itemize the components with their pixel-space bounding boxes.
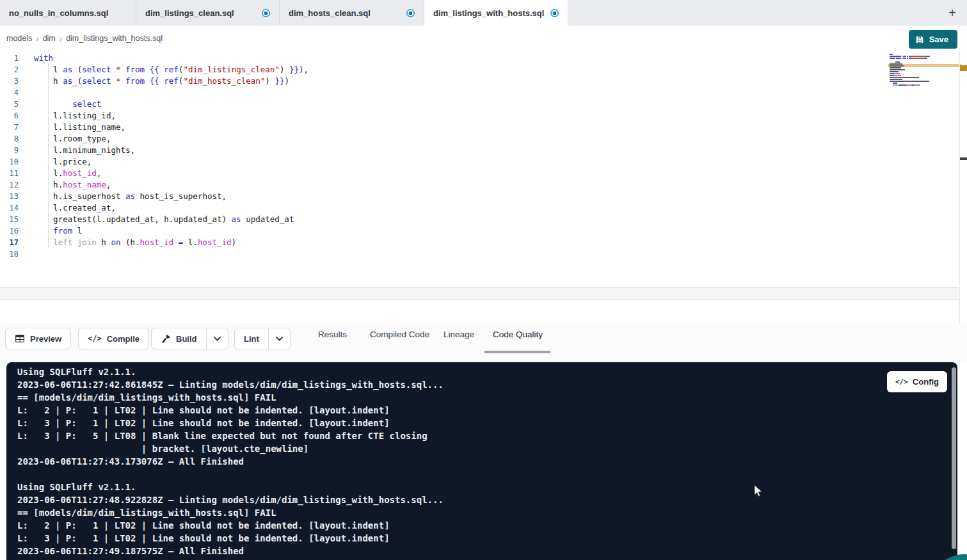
code-line[interactable]: 6 l.listing_id,	[0, 110, 883, 122]
code-line[interactable]: 3 h as (select * from {{ ref("dim_hosts_…	[0, 76, 883, 87]
overview-ruler-warning-marker	[960, 65, 967, 71]
breadcrumb-separator: ›	[60, 34, 62, 44]
config-button[interactable]: </> Config	[887, 371, 947, 392]
minimap-line	[890, 56, 960, 57]
breadcrumb-bar: models›dim›dim_listings_with_hosts.sql S…	[0, 26, 967, 51]
build-button-group: Build	[151, 328, 228, 349]
code-line[interactable]: 4	[0, 87, 883, 99]
minimap-line	[890, 83, 960, 84]
code-line-text: l.host_id,	[26, 168, 101, 179]
code-line-text: l.listing_name,	[26, 122, 125, 133]
tab-lineage[interactable]: Lineage	[444, 323, 474, 345]
breadcrumb-separator: ›	[36, 34, 38, 44]
minimap-line	[890, 67, 960, 68]
line-number: 2	[0, 64, 26, 76]
compile-button[interactable]: </> Compile	[78, 328, 149, 349]
code-lines: 1with2 l as (select * from {{ ref("dim_l…	[0, 52, 883, 260]
code-line-text: from l	[26, 225, 82, 237]
breadcrumb-item[interactable]: models	[6, 34, 32, 43]
code-line[interactable]: 15 greatest(l.updated_at, h.updated_at) …	[0, 214, 883, 225]
terminal-line: | bracket. [layout.cte_newline]	[17, 442, 887, 455]
line-number: 13	[0, 191, 26, 202]
file-tab-dim_hosts_clean.sql[interactable]: dim_hosts_clean.sql	[280, 0, 424, 26]
line-number: 10	[0, 156, 26, 168]
save-icon	[915, 35, 924, 44]
code-line[interactable]: 5 select	[0, 99, 883, 110]
preview-button[interactable]: Preview	[5, 328, 71, 349]
code-line-text: h.is_superhost as host_is_superhost,	[26, 191, 227, 202]
minimap-line	[890, 84, 960, 86]
file-tab-dim_listings_with_hosts.sql[interactable]: dim_listings_with_hosts.sql	[424, 0, 568, 26]
file-tab-dim_listings_clean.sql[interactable]: dim_listings_clean.sql	[136, 0, 280, 26]
file-tab-no_nulls_in_columns.sql[interactable]: no_nulls_in_columns.sql	[0, 0, 136, 26]
tab-compiled-code[interactable]: Compiled Code	[370, 323, 429, 345]
unsaved-changes-icon	[406, 9, 415, 17]
active-tab-underline	[484, 351, 550, 353]
config-label: Config	[913, 377, 939, 387]
editor-scroll-track	[959, 51, 960, 323]
build-button[interactable]: Build	[152, 328, 206, 349]
breadcrumb-item[interactable]: dim	[43, 34, 56, 43]
code-line[interactable]: 7 l.listing_name,	[0, 122, 883, 133]
file-tab-bar: no_nulls_in_columns.sqldim_listings_clea…	[0, 0, 967, 26]
minimap-line	[890, 60, 960, 61]
terminal-line	[17, 468, 887, 481]
code-icon: </>	[88, 334, 102, 343]
lint-output-terminal: Using SQLFluff v2.1.1.2023-06-06T11:27:4…	[6, 362, 957, 560]
terminal-line: == [models/dim/dim_listings_with_hosts.s…	[17, 506, 887, 519]
terminal-output: Using SQLFluff v2.1.1.2023-06-06T11:27:4…	[17, 365, 887, 557]
line-number: 17	[0, 237, 26, 248]
build-dropdown-button[interactable]	[206, 328, 228, 349]
breadcrumb-item[interactable]: dim_listings_with_hosts.sql	[66, 34, 163, 43]
hammer-icon	[161, 333, 171, 344]
code-icon: </>	[895, 378, 908, 386]
code-editor[interactable]: 1with2 l as (select * from {{ ref("dim_l…	[0, 51, 967, 323]
minimap-line	[890, 54, 960, 55]
line-number: 8	[0, 133, 26, 145]
lint-button[interactable]: Lint	[235, 328, 268, 349]
preview-label: Preview	[30, 334, 61, 344]
minimap[interactable]	[890, 54, 960, 88]
code-line-text: l.created_at,	[26, 202, 116, 214]
tab-results[interactable]: Results	[318, 323, 347, 345]
code-line[interactable]: 12 h.host_name,	[0, 179, 883, 191]
minimap-line	[890, 69, 960, 70]
code-line[interactable]: 1with	[0, 52, 883, 64]
code-line-text: l.minimum_nights,	[26, 145, 135, 156]
minimap-line	[890, 58, 960, 59]
terminal-line: L: 2 | P: 1 | LT02 | Line should not be …	[17, 404, 887, 417]
code-line[interactable]: 16 from l	[0, 225, 883, 237]
code-line[interactable]: 18	[0, 248, 883, 260]
code-line[interactable]: 13 h.is_superhost as host_is_superhost,	[0, 191, 883, 202]
active-line-highlight	[0, 287, 959, 300]
minimap-line	[890, 65, 960, 67]
terminal-scrollbar[interactable]	[952, 367, 956, 549]
code-line-text: left join h on (h.host_id = l.host_id)	[26, 237, 236, 248]
code-line[interactable]: 9 l.minimum_nights,	[0, 145, 883, 156]
code-line[interactable]: 10 l.price,	[0, 156, 883, 168]
line-number: 3	[0, 76, 26, 87]
code-line[interactable]: 14 l.created_at,	[0, 202, 883, 214]
tab-code-quality[interactable]: Code Quality	[493, 323, 543, 345]
minimap-line	[890, 86, 960, 88]
line-number: 12	[0, 179, 26, 191]
terminal-line: 2023-06-06T11:27:42.861845Z – Linting mo…	[17, 378, 887, 391]
code-line-text	[26, 87, 34, 99]
save-button[interactable]: Save	[909, 30, 957, 49]
new-tab-button[interactable]: +	[944, 4, 961, 21]
line-number: 4	[0, 87, 26, 99]
code-line[interactable]: 2 l as (select * from {{ ref("dim_listin…	[0, 64, 883, 76]
lint-dropdown-button[interactable]	[268, 328, 290, 349]
unsaved-changes-icon	[262, 9, 270, 17]
minimap-line	[890, 75, 960, 76]
code-line-text: l.price,	[26, 156, 92, 168]
line-number: 15	[0, 214, 26, 225]
minimap-line	[890, 77, 960, 78]
code-line-text	[26, 248, 34, 260]
code-line[interactable]: 17 left join h on (h.host_id = l.host_id…	[0, 237, 883, 248]
terminal-line: L: 3 | P: 5 | LT08 | Blank line expected…	[17, 429, 887, 442]
code-line-text: h.host_name,	[26, 179, 111, 191]
split-drag-handle[interactable]	[960, 157, 967, 160]
code-line[interactable]: 11 l.host_id,	[0, 168, 883, 179]
code-line[interactable]: 8 l.room_type,	[0, 133, 883, 145]
